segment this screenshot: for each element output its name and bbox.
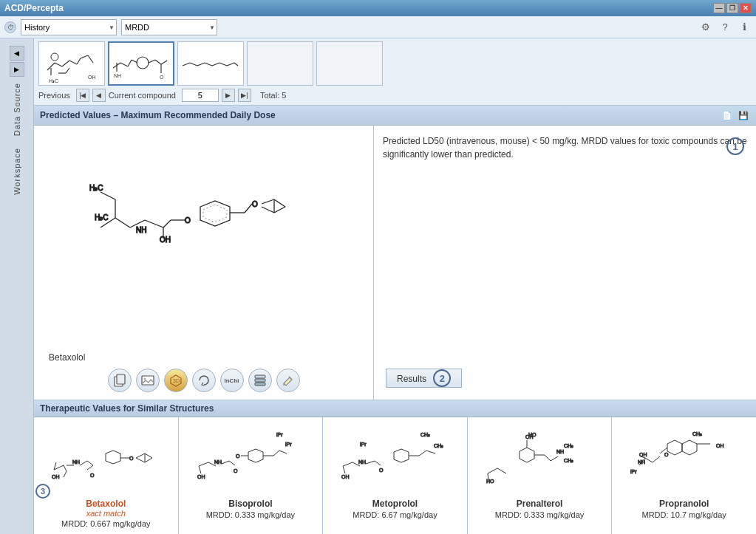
svg-text:O: O (90, 473, 95, 478)
badge-1: 1 (726, 137, 744, 155)
svg-line-53 (274, 199, 285, 207)
save-icon[interactable]: 💾 (737, 109, 750, 122)
svg-line-110 (375, 461, 381, 465)
svg-text:NH: NH (114, 73, 121, 78)
svg-text:NH: NH (358, 459, 366, 465)
workspace-label: Workspace (13, 148, 21, 195)
svg-text:OH: OH (160, 236, 171, 244)
nav-last-btn[interactable]: ▶| (238, 89, 251, 102)
svg-line-19 (155, 60, 161, 64)
svg-line-136 (653, 456, 660, 462)
svg-line-120 (497, 468, 506, 473)
inchi-btn[interactable]: InChi (220, 369, 244, 392)
close-button[interactable]: ✕ (740, 3, 752, 13)
svg-point-17 (137, 57, 149, 69)
history-dropdown-wrapper: History ▼ (21, 19, 117, 35)
nav-next-btn[interactable]: ▶ (222, 89, 235, 102)
similar-mrdd-0: MRDD: 0.667 mg/kg/day (61, 519, 150, 528)
similar-mol-img-3: HO HO OH (472, 422, 607, 496)
similar-header: Therapeutic Values for Similar Structure… (34, 400, 756, 417)
prenalterol-thumb: HO HO OH (484, 425, 595, 492)
layer-btn[interactable] (248, 369, 272, 392)
molecule-thumb-4[interactable] (247, 41, 313, 86)
bisoprolol-thumb: iPr OH NH O O (195, 425, 306, 492)
svg-line-33 (101, 192, 115, 199)
3d-view-btn[interactable]: 3D (164, 369, 188, 392)
svg-line-27 (197, 63, 205, 66)
results-button[interactable]: Results 2 (386, 369, 462, 388)
molecule-name: Betaxolol (41, 352, 85, 363)
toolbar-right-icons: ⚙ ? ℹ (698, 20, 752, 35)
molecule-thumb-1[interactable]: H₃C OH (38, 41, 105, 86)
mrdd-dropdown[interactable]: MRDD (121, 19, 217, 35)
svg-text:3D: 3D (173, 378, 180, 383)
svg-line-93 (222, 461, 229, 464)
svg-line-32 (234, 63, 238, 66)
svg-text:NH: NH (638, 459, 645, 465)
current-compound-input[interactable] (182, 89, 219, 102)
svg-text:iPr: iPr (276, 432, 283, 437)
copy-structure-btn[interactable] (108, 369, 132, 392)
similar-item-0[interactable]: 3 OH NH (34, 417, 179, 534)
similar-item-3[interactable]: HO HO OH (468, 417, 613, 534)
history-dropdown[interactable]: History (21, 19, 117, 35)
similar-mol-img-0: 3 OH NH (38, 422, 174, 496)
edit-btn[interactable] (276, 369, 300, 392)
similar-mol-img-4: O OH NH iPr (616, 422, 752, 496)
svg-line-114 (419, 451, 426, 456)
help-icon[interactable]: ? (718, 20, 732, 35)
svg-line-109 (366, 461, 375, 464)
similar-name-2: Metoprolol (372, 499, 418, 509)
svg-line-77 (87, 465, 93, 470)
similar-mrdd-3: MRDD: 0.333 mg/kg/day (495, 510, 584, 519)
betaxolol-thumb: OH NH O O (50, 425, 161, 492)
svg-text:H₃C: H₃C (95, 213, 108, 222)
svg-text:O: O (129, 456, 134, 461)
nav-first-btn[interactable]: |◀ (76, 89, 89, 102)
svg-text:OH: OH (88, 75, 96, 80)
svg-text:OH: OH (52, 474, 60, 479)
similar-title: Therapeutic Values for Similar Structure… (40, 403, 214, 414)
svg-marker-96 (248, 449, 263, 462)
svg-line-31 (227, 63, 234, 66)
molecule-thumb-2[interactable]: NH O (108, 41, 174, 86)
minimize-button[interactable]: — (713, 3, 725, 13)
svg-marker-133 (682, 440, 697, 455)
svg-text:O: O (236, 453, 240, 459)
badge-3: 3 (34, 484, 50, 499)
svg-line-41 (145, 220, 163, 227)
info-icon[interactable]: ℹ (737, 20, 752, 35)
svg-line-89 (199, 466, 201, 473)
predicted-section: Predicted Values – Maximum Recommended D… (34, 106, 756, 400)
svg-text:O: O (234, 468, 238, 473)
svg-text:OH: OH (197, 474, 205, 479)
similar-item-4[interactable]: O OH NH iPr (612, 417, 756, 534)
mrdd-dropdown-wrapper: MRDD ▼ (121, 19, 217, 35)
left-sidebar: ◀ ▶ Data Source Workspace (0, 38, 34, 534)
results-btn-area: Results 2 (386, 369, 462, 388)
previous-label: Previous (38, 91, 70, 100)
molecule-thumb-3[interactable] (177, 41, 244, 86)
svg-line-85 (136, 458, 145, 462)
molecule-actions: 3D InChi (108, 369, 300, 392)
svg-text:iPr: iPr (285, 442, 292, 447)
exact-match-label: xact match (86, 509, 126, 518)
nav-prev-btn[interactable]: ◀ (92, 89, 106, 102)
sidebar-tab-left[interactable]: ◀ (10, 46, 24, 61)
rotate-btn[interactable] (192, 369, 216, 392)
svg-line-127 (545, 455, 551, 461)
svg-text:CH₃: CH₃ (692, 431, 702, 437)
svg-text:O: O (185, 216, 191, 225)
similar-item-2[interactable]: CH₃ OH NH O (323, 417, 468, 534)
settings-icon[interactable]: ⚙ (698, 20, 713, 35)
svg-text:CH₃: CH₃ (564, 443, 573, 448)
copy-image-btn[interactable] (136, 369, 160, 392)
svg-line-54 (274, 207, 285, 213)
similar-item-1[interactable]: iPr OH NH O O (179, 417, 324, 534)
sidebar-tab-right[interactable]: ▶ (10, 62, 24, 77)
svg-line-1 (55, 63, 62, 66)
molecule-thumb-5[interactable] (316, 41, 383, 86)
similar-name-1: Bisoprolol (228, 499, 272, 509)
pdf-icon[interactable]: 📄 (721, 109, 734, 122)
restore-button[interactable]: ❐ (726, 3, 738, 13)
